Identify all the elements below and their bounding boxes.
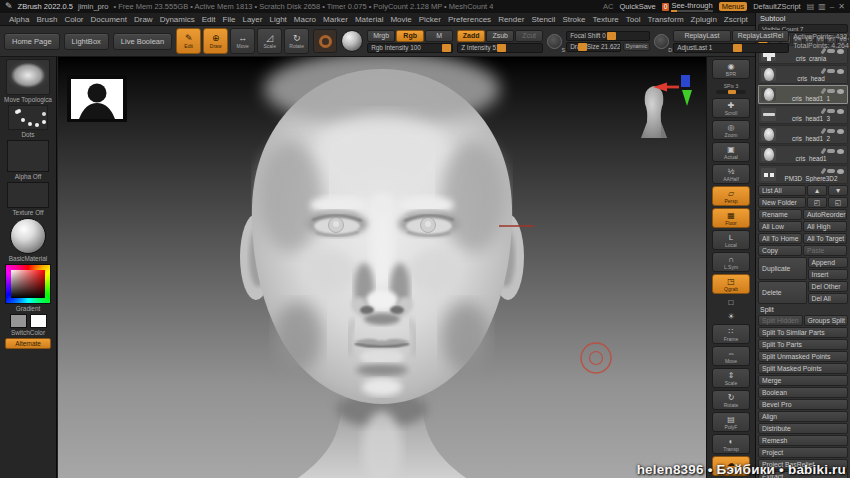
sculpt-canvas[interactable] bbox=[58, 57, 706, 478]
cris_head1_3[interactable]: cris_head1_3 bbox=[758, 105, 848, 124]
visibility-eye-icon[interactable] bbox=[837, 69, 844, 74]
rename-button[interactable]: Rename bbox=[758, 209, 802, 220]
close-icon[interactable]: ✕ bbox=[838, 2, 845, 11]
groups-split-button[interactable]: Groups Split bbox=[804, 315, 849, 326]
scale-view-button[interactable]: ⇕ Scale bbox=[712, 368, 750, 388]
focal-shift-slider[interactable]: Focal Shift 0 bbox=[566, 31, 650, 41]
move-up-button[interactable]: ▲ bbox=[807, 185, 827, 196]
menu-item[interactable]: Dynamics bbox=[160, 15, 195, 24]
menu-item[interactable]: Color bbox=[64, 15, 83, 24]
bevel-pro-section[interactable]: Bevel Pro bbox=[758, 399, 848, 410]
PM3D_Sphere3D2[interactable]: PM3D_Sphere3D2 bbox=[758, 165, 848, 184]
depth-knob[interactable]: D bbox=[654, 34, 669, 49]
lightbox-button[interactable]: LightBox bbox=[64, 33, 109, 50]
replay-last-button[interactable]: ReplayLast bbox=[673, 30, 731, 42]
seethrough-slider[interactable]: See-through bbox=[671, 1, 712, 12]
menu-item[interactable]: Transform bbox=[647, 15, 683, 24]
rotate-mode-button[interactable]: ↻ Rotate bbox=[284, 28, 309, 54]
all-to-target-button[interactable]: All To Target bbox=[803, 233, 847, 244]
quicksave-button[interactable]: QuickSave bbox=[619, 2, 655, 11]
stroke-knob[interactable]: S bbox=[547, 34, 562, 49]
autoreorder-button[interactable]: AutoReorder bbox=[803, 209, 847, 220]
canvas-border-icon[interactable]: □ bbox=[717, 296, 745, 308]
cris_head1_1[interactable]: cris_head1_1 bbox=[758, 85, 848, 104]
secondary-color-swatch[interactable] bbox=[30, 314, 47, 328]
menu-item[interactable]: Layer bbox=[242, 15, 262, 24]
layout-icon[interactable]: ▥ bbox=[818, 2, 826, 11]
move-mode-button[interactable]: ↔ Move bbox=[230, 28, 255, 54]
paint-icon[interactable] bbox=[821, 108, 827, 115]
menu-item[interactable]: Preferences bbox=[448, 15, 491, 24]
current-alpha-thumbnail[interactable] bbox=[7, 140, 49, 172]
menu-item[interactable]: Alpha bbox=[9, 15, 29, 24]
transparency-button[interactable]: ◐ Transp bbox=[712, 434, 750, 454]
live-boolean-button[interactable]: Live Boolean bbox=[113, 33, 172, 50]
zsub-button[interactable]: Zsub bbox=[486, 30, 514, 42]
local-button[interactable]: L Local bbox=[712, 230, 750, 250]
list-all-button[interactable]: List All bbox=[758, 185, 806, 196]
boolean-section[interactable]: Boolean bbox=[758, 387, 848, 398]
merge-section[interactable]: Merge bbox=[758, 375, 848, 386]
split-similar-button[interactable]: Split To Similar Parts bbox=[758, 327, 848, 338]
cris_head1_2[interactable]: cris_head1_2 bbox=[758, 125, 848, 144]
move-down-button[interactable]: ▼ bbox=[828, 185, 848, 196]
subtool-header[interactable]: Subtool bbox=[758, 14, 848, 23]
visibility-eye-icon[interactable] bbox=[837, 129, 844, 134]
brush-ring-button[interactable] bbox=[313, 29, 337, 53]
menu-item[interactable]: Light bbox=[269, 15, 286, 24]
split-parts-button[interactable]: Split To Parts bbox=[758, 339, 848, 350]
all-low-button[interactable]: All Low bbox=[758, 221, 802, 232]
folder-in-icon[interactable]: ◰ bbox=[807, 197, 827, 208]
replay-last-rel-button[interactable]: ReplayLastRel bbox=[732, 30, 790, 42]
mrgb-button[interactable]: Mrgb bbox=[367, 30, 395, 42]
paint-icon[interactable] bbox=[821, 88, 827, 95]
menu-item[interactable]: Brush bbox=[36, 15, 57, 24]
cris_head1[interactable]: cris_head1 bbox=[758, 145, 848, 164]
zcut-button[interactable]: Zcut bbox=[515, 30, 543, 42]
del-other-button[interactable]: Del Other bbox=[808, 281, 849, 292]
paint-icon[interactable] bbox=[821, 168, 827, 175]
copy-button[interactable]: Copy bbox=[758, 245, 802, 256]
home-page-button[interactable]: Home Page bbox=[4, 33, 60, 50]
adjust-last-slider[interactable]: AdjustLast 1 bbox=[673, 43, 789, 53]
default-zscript-button[interactable]: DefaultZScript bbox=[753, 2, 801, 11]
menu-item[interactable]: Tool bbox=[626, 15, 641, 24]
split-section-header[interactable]: Split bbox=[758, 305, 848, 314]
menu-item[interactable]: Draw bbox=[134, 15, 153, 24]
actual-button[interactable]: ▣ Actual bbox=[712, 142, 750, 162]
rgb-button[interactable]: Rgb bbox=[396, 30, 424, 42]
menu-item[interactable]: Picker bbox=[419, 15, 441, 24]
draw-mode-button[interactable]: ⊕ Draw bbox=[203, 28, 228, 54]
m-button[interactable]: M bbox=[425, 30, 453, 42]
dock-panel-icon[interactable]: ▤ bbox=[807, 2, 815, 11]
qgrab-button[interactable]: ◳ Qgrab bbox=[712, 274, 750, 294]
duplicate-button[interactable]: Duplicate bbox=[758, 257, 807, 280]
polypaint-icon[interactable] bbox=[827, 169, 835, 173]
menu-item[interactable]: Movie bbox=[390, 15, 411, 24]
append-button[interactable]: Append bbox=[808, 257, 849, 268]
zoom-button[interactable]: ◎ Zoom bbox=[712, 120, 750, 140]
paint-icon[interactable] bbox=[821, 68, 827, 75]
scale-mode-button[interactable]: ◿ Scale bbox=[257, 28, 282, 54]
current-material-thumbnail[interactable] bbox=[10, 218, 46, 254]
menu-item[interactable]: Document bbox=[91, 15, 127, 24]
spotlight-icon[interactable]: ☀ bbox=[717, 310, 745, 322]
frame-button[interactable]: ∷ Frame bbox=[712, 324, 750, 344]
edit-mode-button[interactable]: ✎ Edit bbox=[176, 28, 201, 54]
minimize-icon[interactable]: – bbox=[830, 2, 834, 11]
project-section[interactable]: Project bbox=[758, 447, 848, 458]
rgb-intensity-slider[interactable]: Rgb Intensity 100 bbox=[367, 43, 453, 53]
menu-item[interactable]: Macro bbox=[294, 15, 316, 24]
menu-item[interactable]: Stroke bbox=[562, 15, 585, 24]
z-intensity-slider[interactable]: Z Intensity 51 bbox=[457, 43, 543, 53]
del-all-button[interactable]: Del All bbox=[808, 293, 849, 304]
menu-item[interactable]: Marker bbox=[323, 15, 348, 24]
color-picker[interactable] bbox=[5, 264, 51, 304]
menu-item[interactable]: Zplugin bbox=[691, 15, 717, 24]
remesh-section[interactable]: Remesh bbox=[758, 435, 848, 446]
paste-button[interactable]: Paste bbox=[803, 245, 847, 256]
polypaint-icon[interactable] bbox=[827, 109, 835, 113]
folder-out-icon[interactable]: ◱ bbox=[828, 197, 848, 208]
menu-item[interactable]: Material bbox=[355, 15, 383, 24]
current-brush-thumbnail[interactable] bbox=[6, 59, 50, 95]
